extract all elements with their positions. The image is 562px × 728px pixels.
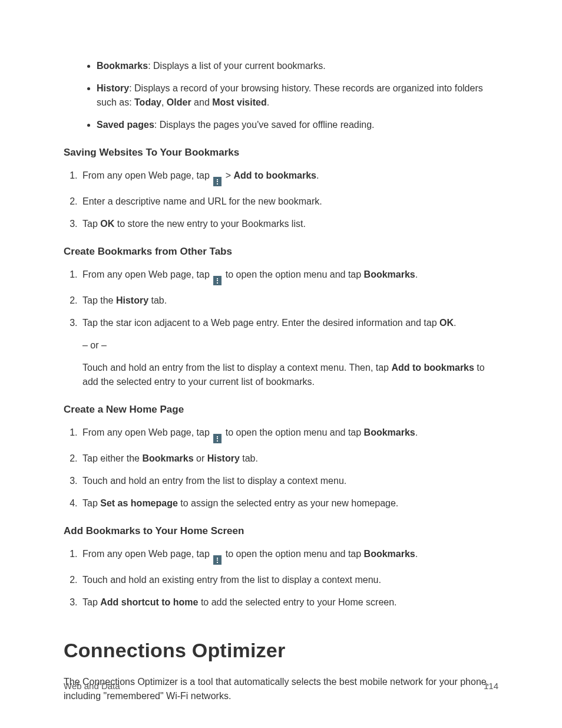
step-item: Touch and hold an existing entry from th… bbox=[80, 573, 498, 587]
more-icon bbox=[213, 434, 222, 443]
step-list: From any open Web page, tap > Add to boo… bbox=[64, 169, 498, 232]
document-page: Bookmarks: Displays a list of your curre… bbox=[0, 0, 562, 728]
step-item: Tap Add shortcut to home to add the sele… bbox=[80, 595, 498, 610]
section-heading-other-tabs: Create Bookmarks from Other Tabs bbox=[64, 244, 498, 259]
alt-instruction: Touch and hold an entry from the list to… bbox=[82, 361, 498, 389]
step-item: From any open Web page, tap to open the … bbox=[80, 426, 498, 444]
step-list: From any open Web page, tap to open the … bbox=[64, 268, 498, 390]
step-list: From any open Web page, tap to open the … bbox=[64, 547, 498, 610]
bullet-label: Bookmarks bbox=[97, 61, 148, 71]
section-heading-saving-bookmarks: Saving Websites To Your Bookmarks bbox=[64, 145, 498, 160]
bullet-text: : Displays a list of your current bookma… bbox=[148, 61, 325, 71]
step-item: From any open Web page, tap to open the … bbox=[80, 547, 498, 565]
step-item: Enter a descriptive name and URL for the… bbox=[80, 195, 498, 209]
more-icon bbox=[213, 177, 222, 186]
step-item: Tap the star icon adjacent to a Web page… bbox=[80, 316, 498, 389]
step-item: From any open Web page, tap to open the … bbox=[80, 268, 498, 286]
bullet-text: : Displays the pages you've saved for of… bbox=[154, 120, 375, 130]
step-item: From any open Web page, tap > Add to boo… bbox=[80, 169, 498, 187]
step-item: Tap the History tab. bbox=[80, 294, 498, 308]
section-heading-home-screen: Add Bookmarks to Your Home Screen bbox=[64, 523, 498, 539]
bullet-label: Saved pages bbox=[97, 120, 154, 130]
or-separator: – or – bbox=[82, 338, 498, 353]
bullet-item: Bookmarks: Displays a list of your curre… bbox=[97, 59, 498, 73]
footer-section-title: Web and Data bbox=[64, 680, 120, 693]
bullet-label: History bbox=[97, 83, 129, 93]
step-item: Tap Set as homepage to assign the select… bbox=[80, 496, 498, 510]
section-heading-new-homepage: Create a New Home Page bbox=[64, 402, 498, 417]
page-heading-connections-optimizer: Connections Optimizer bbox=[64, 635, 498, 666]
page-footer: Web and Data 114 bbox=[64, 680, 498, 693]
bullet-item: History: Displays a record of your brows… bbox=[97, 81, 498, 110]
bullet-list: Bookmarks: Displays a list of your curre… bbox=[64, 59, 498, 132]
step-list: From any open Web page, tap to open the … bbox=[64, 426, 498, 511]
bullet-item: Saved pages: Displays the pages you've s… bbox=[97, 118, 498, 132]
step-item: Tap OK to store the new entry to your Bo… bbox=[80, 217, 498, 231]
more-icon bbox=[213, 555, 222, 565]
footer-page-number: 114 bbox=[484, 680, 498, 693]
more-icon bbox=[213, 276, 222, 285]
step-item: Tap either the Bookmarks or History tab. bbox=[80, 452, 498, 466]
step-item: Touch and hold an entry from the list to… bbox=[80, 474, 498, 488]
